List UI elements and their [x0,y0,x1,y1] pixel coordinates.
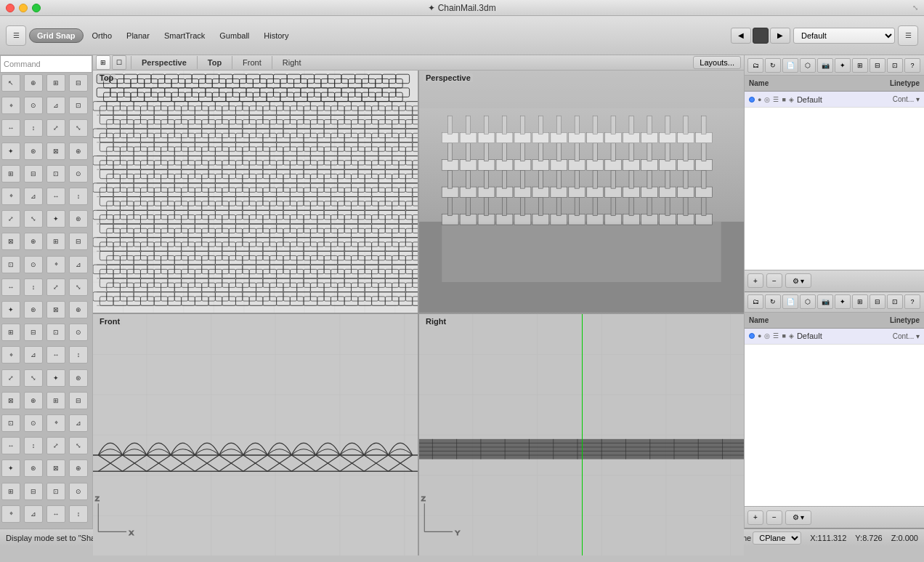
tool-btn-15[interactable]: ⊕ [69,142,88,160]
tool-btn-71[interactable]: ⊕ [69,459,88,477]
tool-btn-44[interactable]: ⊞ [1,324,20,341]
viewport-top[interactable]: Top [93,71,418,313]
b-refresh-icon-btn[interactable]: ↻ [765,294,781,309]
minimize-button[interactable] [19,4,28,12]
tool-btn-0[interactable]: ↖ [1,74,20,92]
tool-btn-35[interactable]: ⊿ [69,256,88,273]
tool-btn-61[interactable]: ⊙ [24,414,43,432]
linetype-dropdown-arrow[interactable]: ▾ [916,95,920,103]
tool-btn-48[interactable]: ⌖ [1,346,20,364]
nav-back-button[interactable]: ◀ [731,28,751,44]
viewport-front[interactable]: Front [93,314,418,556]
tool-btn-20[interactable]: ⌖ [1,188,20,205]
b-default-layer-row[interactable]: ● ◎ ☰ ■ ◈ Default Cont... ▾ [745,329,924,345]
tool-btn-75[interactable]: ⊙ [69,483,88,500]
b-grid-icon-btn[interactable]: ⊟ [870,294,885,309]
tool-btn-68[interactable]: ✦ [1,459,20,477]
viewport-right[interactable]: Right [419,314,744,556]
tool-btn-23[interactable]: ↕ [69,188,88,205]
tool-btn-41[interactable]: ⊛ [24,301,43,318]
tool-btn-74[interactable]: ⊡ [46,483,65,500]
nav-forward-button[interactable]: ▶ [770,28,790,44]
tool-btn-11[interactable]: ⤡ [69,119,88,137]
tool-btn-58[interactable]: ⊞ [46,392,65,409]
tool-btn-51[interactable]: ↕ [69,346,88,364]
tool-btn-26[interactable]: ✦ [46,210,65,228]
planar-button[interactable]: Planar [121,28,155,43]
tool-btn-22[interactable]: ↔ [46,188,65,205]
grid-snap-button[interactable]: Grid Snap [29,28,84,43]
light-icon-btn[interactable]: ✦ [835,58,851,73]
tool-btn-42[interactable]: ⊠ [46,301,65,318]
b-light-icon-btn[interactable]: ✦ [835,294,851,309]
tool-btn-39[interactable]: ⤡ [69,278,88,296]
tool-btn-14[interactable]: ⊠ [46,142,65,160]
tool-btn-45[interactable]: ⊟ [24,324,43,341]
layers-icon-btn[interactable]: 🗂 [747,58,763,73]
tool-btn-19[interactable]: ⊙ [69,165,88,182]
tool-btn-46[interactable]: ⊡ [46,324,65,341]
tool-btn-76[interactable]: ⌖ [1,505,20,523]
tool-btn-36[interactable]: ↔ [1,278,20,296]
default-layer-row[interactable]: ● ◎ ☰ ■ ◈ Default Cont... ▾ [745,92,924,108]
tool-btn-32[interactable]: ⊡ [1,256,20,273]
tool-btn-53[interactable]: ⤡ [24,369,43,387]
b-camera-icon-btn[interactable]: 📷 [817,294,833,309]
remove-layer-btn[interactable]: − [766,273,782,288]
tool-btn-24[interactable]: ⤢ [1,210,20,228]
tool-btn-18[interactable]: ⊡ [46,165,65,182]
tool-btn-66[interactable]: ⤢ [46,437,65,454]
grid-icon-btn[interactable]: ⊟ [870,58,885,73]
tool-btn-52[interactable]: ⤢ [1,369,20,387]
tool-btn-64[interactable]: ↔ [1,437,20,454]
tool-btn-17[interactable]: ⊟ [24,165,43,182]
tool-btn-55[interactable]: ⊛ [69,369,88,387]
b-remove-layer-btn[interactable]: − [766,510,782,525]
b-monitor-icon-btn[interactable]: ⊡ [887,294,903,309]
close-button[interactable] [6,4,15,12]
tool-btn-9[interactable]: ↕ [24,119,43,137]
monitor-icon-btn[interactable]: ⊡ [887,58,903,73]
tool-btn-25[interactable]: ⤡ [24,210,43,228]
tool-btn-5[interactable]: ⊙ [24,97,43,114]
file-icon-btn[interactable]: 📄 [782,58,798,73]
tool-btn-4[interactable]: ⌖ [1,97,20,114]
tool-btn-78[interactable]: ↔ [46,505,65,523]
tool-btn-43[interactable]: ⊕ [69,301,88,318]
tool-btn-34[interactable]: ⌖ [46,256,65,273]
history-button[interactable]: History [258,28,294,43]
sidebar-toggle[interactable]: ☰ [6,25,26,46]
tool-btn-2[interactable]: ⊞ [46,74,65,92]
tool-btn-29[interactable]: ⊕ [24,233,43,250]
b-linetype-dropdown-arrow[interactable]: ▾ [916,332,920,340]
record-button[interactable] [753,28,769,44]
tool-btn-49[interactable]: ⊿ [24,346,43,364]
tool-btn-40[interactable]: ✦ [1,301,20,318]
tab-perspective[interactable]: Perspective [136,57,192,68]
tool-btn-30[interactable]: ⊞ [46,233,65,250]
camera-icon-btn[interactable]: 📷 [817,58,833,73]
tool-btn-27[interactable]: ⊛ [69,210,88,228]
tool-btn-6[interactable]: ⊿ [46,97,65,114]
b-add-layer-btn[interactable]: + [747,510,763,525]
tool-btn-73[interactable]: ⊟ [24,483,43,500]
tool-btn-3[interactable]: ⊟ [69,74,88,92]
tool-btn-69[interactable]: ⊛ [24,459,43,477]
tool-btn-28[interactable]: ⊠ [1,233,20,250]
tool-btn-60[interactable]: ⊡ [1,414,20,432]
box-icon-btn[interactable]: ⬡ [800,58,816,73]
tool-btn-54[interactable]: ✦ [46,369,65,387]
tool-btn-63[interactable]: ⊿ [69,414,88,432]
tool-btn-12[interactable]: ✦ [1,142,20,160]
refresh-icon-btn[interactable]: ↻ [765,58,781,73]
help-icon-btn[interactable]: ? [904,58,920,73]
maximize-button[interactable] [32,4,41,12]
ortho-button[interactable]: Ortho [86,28,118,43]
b-file-icon-btn[interactable]: 📄 [782,294,798,309]
gumball-button[interactable]: Gumball [214,28,255,43]
viewport-select[interactable]: Default Wireframe Shaded Rendered Ghoste… [793,28,895,44]
tool-btn-79[interactable]: ↕ [69,505,88,523]
viewport-perspective[interactable]: Perspective [419,71,744,313]
b-help-icon-btn[interactable]: ? [904,294,920,309]
layer-settings-btn[interactable]: ⚙ ▾ [785,273,811,288]
